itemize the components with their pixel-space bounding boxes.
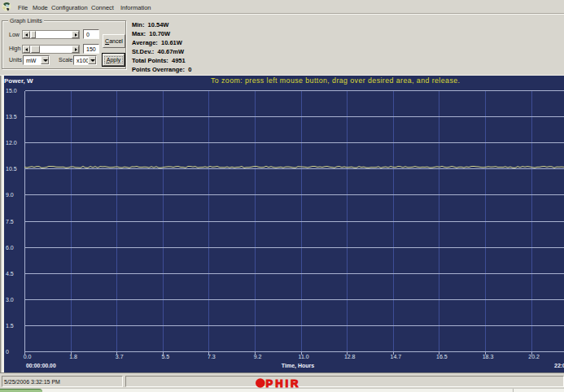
svg-text:3.0: 3.0 bbox=[6, 297, 14, 303]
svg-text:9.2: 9.2 bbox=[254, 354, 262, 359]
svg-text:4.5: 4.5 bbox=[6, 271, 14, 277]
svg-text:7.3: 7.3 bbox=[208, 354, 216, 359]
svg-text:Time, Hours: Time, Hours bbox=[282, 363, 314, 369]
svg-text:15.0: 15.0 bbox=[6, 88, 17, 94]
svg-text:00:00:00.00: 00:00:00.00 bbox=[26, 363, 56, 368]
svg-text:7.5: 7.5 bbox=[6, 219, 14, 224]
svg-text:14.7: 14.7 bbox=[390, 354, 401, 359]
svg-text:0: 0 bbox=[6, 349, 9, 355]
svg-text:6.0: 6.0 bbox=[6, 245, 14, 250]
svg-text:16.5: 16.5 bbox=[436, 354, 448, 359]
svg-text:PHIR: PHIR bbox=[266, 378, 299, 388]
svg-text:5.5: 5.5 bbox=[161, 354, 169, 359]
svg-text:22:0: 22:0 bbox=[554, 363, 564, 368]
svg-text:1.5: 1.5 bbox=[6, 323, 14, 329]
svg-text:13.5: 13.5 bbox=[6, 114, 17, 120]
svg-text:1.8: 1.8 bbox=[69, 354, 77, 359]
svg-text:9.0: 9.0 bbox=[6, 192, 14, 198]
svg-text:12.0: 12.0 bbox=[6, 140, 17, 146]
svg-text:To zoom: press left mouse butt: To zoom: press left mouse button, drag o… bbox=[211, 76, 460, 85]
svg-text:3.7: 3.7 bbox=[116, 354, 124, 359]
svg-text:Power, W: Power, W bbox=[4, 77, 33, 85]
svg-text:12.8: 12.8 bbox=[344, 354, 356, 359]
svg-text:0.0: 0.0 bbox=[24, 354, 32, 359]
svg-text:10.5: 10.5 bbox=[6, 166, 17, 172]
svg-text:18.3: 18.3 bbox=[483, 354, 494, 359]
svg-text:20.2: 20.2 bbox=[528, 354, 540, 359]
svg-text:11.0: 11.0 bbox=[299, 354, 309, 359]
